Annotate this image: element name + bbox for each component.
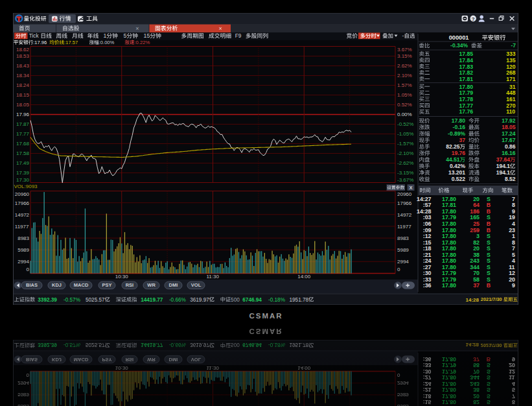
svg-text:9: 9 (512, 282, 515, 289)
svg-text:-0.57%: -0.57% (64, 297, 80, 303)
svg-text:70: 70 (473, 270, 480, 276)
svg-text::18: :18 (423, 245, 432, 252)
svg-text:1.05%: 1.05% (397, 92, 412, 98)
svg-text:1.57%: 1.57% (397, 82, 412, 88)
svg-text:11: 11 (509, 264, 515, 270)
svg-text:17.80: 17.80 (442, 196, 456, 202)
svg-text:23: 23 (509, 227, 515, 233)
svg-text:S: S (487, 257, 491, 264)
svg-text:268: 268 (506, 69, 516, 76)
svg-text:17.82: 17.82 (459, 69, 474, 76)
svg-text:-0.89%: -0.89% (448, 130, 465, 137)
svg-text:17.80: 17.80 (442, 245, 456, 252)
svg-text:17.80: 17.80 (452, 117, 466, 124)
svg-text:17.24: 17.24 (502, 130, 516, 137)
svg-text:17.80: 17.80 (442, 233, 456, 239)
svg-text:17.30: 17.30 (16, 177, 30, 183)
svg-text:37.64: 37.64 (496, 156, 511, 163)
svg-text:259: 259 (470, 227, 480, 233)
svg-text:17.80: 17.80 (442, 227, 456, 233)
svg-text::17.96: :17.96 (33, 40, 47, 45)
svg-text:11977: 11977 (397, 224, 411, 230)
svg-text:110: 110 (506, 108, 515, 115)
svg-text:10:30: 10:30 (115, 274, 129, 280)
svg-text:-1.57%: -1.57% (397, 141, 413, 147)
svg-text::0.22%: :0.22% (135, 40, 150, 45)
svg-text:17.76: 17.76 (459, 108, 474, 115)
svg-text:B: B (487, 227, 491, 233)
svg-text:0: 0 (27, 267, 30, 272)
svg-text:-0.16: -0.16 (453, 124, 466, 130)
svg-text:18.43: 18.43 (16, 63, 30, 69)
svg-text:344: 344 (470, 264, 480, 270)
svg-text:KDJ: KDJ (52, 282, 62, 288)
svg-text:-1.05%: -1.05% (397, 131, 413, 137)
svg-text:-0.52%: -0.52% (397, 121, 413, 127)
svg-text:17.77: 17.77 (459, 102, 474, 109)
svg-text:S: S (487, 196, 491, 202)
svg-text:0.00%: 0.00% (397, 112, 412, 117)
svg-text:17.79: 17.79 (442, 270, 456, 276)
svg-text:VOL: VOL (191, 282, 202, 288)
svg-text:3392.39: 3392.39 (38, 297, 57, 303)
svg-text:19: 19 (509, 214, 515, 221)
svg-text:171: 171 (506, 76, 516, 82)
svg-text:1: 1 (512, 233, 515, 239)
svg-text:14972: 14972 (15, 212, 30, 218)
svg-text:11977: 11977 (15, 224, 29, 230)
svg-text:18.53: 18.53 (16, 53, 30, 59)
svg-text:4: 4 (512, 221, 515, 227)
svg-text:S: S (487, 276, 491, 283)
svg-text:5: 5 (124, 32, 127, 39)
svg-text:7: 7 (512, 245, 515, 252)
svg-text:44.51: 44.51 (446, 156, 460, 163)
svg-text::09: :09 (423, 227, 432, 233)
svg-text:DMI: DMI (169, 282, 178, 288)
svg-text:20960: 20960 (397, 191, 412, 197)
svg-text:14:00: 14:00 (297, 274, 311, 280)
svg-text:S: S (487, 233, 491, 239)
svg-text:17.49: 17.49 (16, 160, 30, 166)
svg-text:S: S (487, 239, 491, 246)
svg-text:186: 186 (470, 208, 480, 215)
svg-text:×: × (135, 25, 139, 32)
svg-text:8.52: 8.52 (505, 176, 516, 182)
svg-text:12: 12 (509, 270, 515, 276)
svg-text:19.76: 19.76 (452, 150, 466, 156)
svg-text:17.58: 17.58 (16, 150, 30, 156)
svg-text:8983: 8983 (397, 235, 409, 241)
svg-text:S: S (487, 245, 491, 252)
svg-text::0.00%: :0.00% (99, 40, 115, 45)
svg-text:S: S (487, 270, 491, 276)
svg-text::06: :06 (423, 221, 432, 227)
svg-text:17.77: 17.77 (16, 131, 30, 137)
svg-text:2021/7/30: 2021/7/30 (481, 296, 502, 302)
svg-text:20960: 20960 (15, 191, 30, 197)
svg-text::17.57: :17.57 (64, 40, 78, 45)
svg-text:64: 64 (473, 202, 480, 208)
svg-text:4: 4 (512, 257, 515, 264)
svg-text:3.67%: 3.67% (397, 47, 412, 53)
svg-text:17.83: 17.83 (459, 64, 474, 70)
svg-text:F9: F9 (235, 33, 242, 39)
svg-text::15: :15 (423, 239, 432, 246)
svg-text:165: 165 (470, 214, 480, 221)
svg-text:8: 8 (512, 239, 515, 246)
svg-text:0: 0 (397, 267, 400, 272)
svg-text:17.80: 17.80 (442, 221, 456, 227)
svg-text:17.81: 17.81 (442, 202, 456, 208)
svg-text:-0.18%: -0.18% (268, 297, 285, 303)
svg-text:18.05: 18.05 (502, 124, 516, 130)
svg-text:13.201: 13.201 (448, 169, 465, 176)
svg-text:135: 135 (506, 57, 516, 64)
svg-text:-3.67%: -3.67% (397, 177, 413, 183)
svg-text:243: 243 (470, 257, 480, 264)
svg-text:5025.57: 5025.57 (86, 297, 105, 303)
svg-text:8983: 8983 (17, 235, 29, 241)
svg-text::27: :27 (423, 264, 432, 270)
svg-text:1951.78: 1951.78 (290, 297, 309, 303)
svg-text:17966: 17966 (15, 200, 30, 206)
svg-text:37: 37 (459, 137, 466, 143)
svg-text:Tick: Tick (29, 33, 40, 39)
svg-text::03: :03 (423, 214, 432, 221)
